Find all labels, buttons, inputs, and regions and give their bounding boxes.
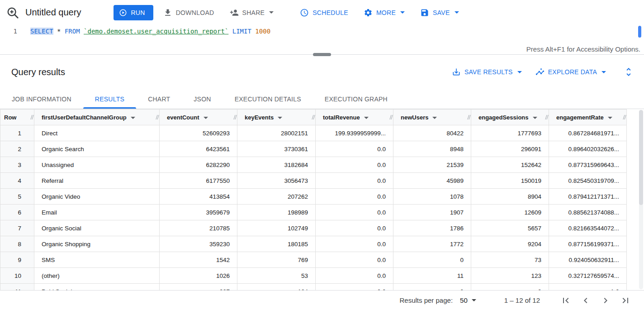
- expand-results-button[interactable]: [623, 67, 634, 77]
- data-cell[interactable]: Direct: [34, 125, 160, 141]
- column-header-firstUserDefaultChannelGroup[interactable]: firstUserDefaultChannelGroup: [34, 110, 160, 125]
- column-resize-handle[interactable]: [468, 115, 470, 119]
- table-scrollbar[interactable]: [639, 110, 643, 289]
- column-resize-handle[interactable]: [390, 115, 392, 119]
- data-cell[interactable]: 180185: [237, 236, 316, 252]
- data-cell[interactable]: 0.879412171371...: [549, 189, 627, 205]
- more-button[interactable]: MORE: [358, 5, 410, 21]
- column-header-keyEvents[interactable]: keyEvents: [237, 110, 316, 125]
- data-cell[interactable]: 8904: [471, 189, 549, 205]
- data-cell[interactable]: 1786: [393, 220, 471, 236]
- data-cell[interactable]: 102749: [237, 220, 316, 236]
- row-number-cell[interactable]: 3: [0, 157, 34, 173]
- data-cell[interactable]: 1078: [393, 189, 471, 205]
- data-cell[interactable]: 0.0: [316, 220, 393, 236]
- last-page-button[interactable]: [619, 294, 632, 307]
- schedule-button[interactable]: SCHEDULE: [294, 5, 354, 21]
- row-number-cell[interactable]: 7: [0, 220, 34, 236]
- data-cell[interactable]: Organic Search: [34, 141, 160, 157]
- data-cell[interactable]: Organic Video: [34, 189, 160, 205]
- data-cell[interactable]: 0.885621374088...: [549, 205, 627, 220]
- row-number-cell[interactable]: 9: [0, 252, 34, 268]
- data-cell[interactable]: 8948: [393, 141, 471, 157]
- sort-dropdown-icon[interactable]: [131, 117, 135, 119]
- table-row[interactable]: 5Organic Video4138542072620.0107889040.8…: [0, 189, 627, 205]
- column-header-Row[interactable]: Row: [0, 110, 34, 125]
- data-cell[interactable]: 152642: [471, 157, 549, 173]
- column-header-engagementRate[interactable]: engagementRate: [549, 110, 627, 125]
- sort-dropdown-icon[interactable]: [533, 117, 537, 119]
- tab-execution-details[interactable]: EXECUTION DETAILS: [223, 89, 313, 109]
- data-cell[interactable]: 0: [393, 284, 471, 291]
- explore-data-button[interactable]: EXPLORE DATA: [535, 67, 606, 76]
- tab-results[interactable]: RESULTS: [83, 89, 136, 109]
- data-cell[interactable]: 0.0: [316, 268, 393, 284]
- data-cell[interactable]: 1907: [393, 205, 471, 220]
- row-number-cell[interactable]: 6: [0, 205, 34, 220]
- table-row[interactable]: 6Email39596791989890.01907126090.8856213…: [0, 205, 627, 220]
- sort-dropdown-icon[interactable]: [608, 117, 612, 119]
- share-button[interactable]: SHARE: [224, 5, 279, 21]
- data-cell[interactable]: 3056473: [237, 173, 316, 189]
- data-cell[interactable]: 0.0: [316, 141, 393, 157]
- data-cell[interactable]: 769: [237, 252, 316, 268]
- data-cell[interactable]: 296091: [471, 141, 549, 157]
- data-cell[interactable]: (other): [34, 268, 160, 284]
- data-cell[interactable]: 0.0: [316, 189, 393, 205]
- data-cell[interactable]: 198989: [237, 205, 316, 220]
- column-resize-handle[interactable]: [31, 115, 33, 119]
- data-cell[interactable]: 53: [237, 268, 316, 284]
- data-cell[interactable]: 0.924050632911...: [549, 252, 627, 268]
- table-row[interactable]: 11Paid Social9971340.0091.0: [0, 284, 627, 291]
- data-cell[interactable]: 0.0: [316, 157, 393, 173]
- data-cell[interactable]: 0.825450319709...: [549, 173, 627, 189]
- column-header-engagedSessions[interactable]: engagedSessions: [471, 110, 549, 125]
- data-cell[interactable]: 0.877315969643...: [549, 157, 627, 173]
- row-number-cell[interactable]: 4: [0, 173, 34, 189]
- data-cell[interactable]: 1542: [160, 252, 237, 268]
- table-row[interactable]: 8Organic Shopping3592301801850.017729204…: [0, 236, 627, 252]
- data-cell[interactable]: 0.0: [316, 252, 393, 268]
- data-cell[interactable]: Organic Social: [34, 220, 160, 236]
- data-cell[interactable]: 73: [471, 252, 549, 268]
- download-button[interactable]: DOWNLOAD: [158, 5, 220, 21]
- data-cell[interactable]: 21539: [393, 157, 471, 173]
- data-cell[interactable]: 5657: [471, 220, 549, 236]
- data-cell[interactable]: 359230: [160, 236, 237, 252]
- row-number-cell[interactable]: 8: [0, 236, 34, 252]
- results-table-container[interactable]: RowfirstUserDefaultChannelGroupeventCoun…: [0, 109, 644, 290]
- data-cell[interactable]: 3730361: [237, 141, 316, 157]
- save-button[interactable]: SAVE: [415, 5, 464, 21]
- data-cell[interactable]: 52609293: [160, 125, 237, 141]
- data-cell[interactable]: 134: [237, 284, 316, 291]
- tab-json[interactable]: JSON: [182, 89, 223, 109]
- data-cell[interactable]: 80422: [393, 125, 471, 141]
- data-cell[interactable]: 123: [471, 268, 549, 284]
- data-cell[interactable]: 6282290: [160, 157, 237, 173]
- table-row[interactable]: 1Direct5260929328002151199.9399959999...…: [0, 125, 627, 141]
- data-cell[interactable]: Organic Shopping: [34, 236, 160, 252]
- tab-execution-graph[interactable]: EXECUTION GRAPH: [313, 89, 399, 109]
- data-cell[interactable]: 1.0: [549, 284, 627, 291]
- panel-resize-handle[interactable]: [313, 53, 331, 56]
- data-cell[interactable]: SMS: [34, 252, 160, 268]
- sort-dropdown-icon[interactable]: [278, 117, 282, 119]
- data-cell[interactable]: 0.0: [316, 236, 393, 252]
- row-number-cell[interactable]: 10: [0, 268, 34, 284]
- data-cell[interactable]: 0.327127659574...: [549, 268, 627, 284]
- table-row[interactable]: 9SMS15427690.00730.924050632911...: [0, 252, 627, 268]
- row-number-cell[interactable]: 1: [0, 125, 34, 141]
- data-cell[interactable]: 210785: [160, 220, 237, 236]
- save-results-button[interactable]: SAVE RESULTS: [452, 67, 522, 76]
- table-scrollbar-thumb[interactable]: [639, 110, 643, 205]
- data-cell[interactable]: 997: [160, 284, 237, 291]
- data-cell[interactable]: 0.0: [316, 173, 393, 189]
- page-size-select[interactable]: 50: [460, 296, 476, 304]
- next-page-button[interactable]: [599, 294, 612, 307]
- data-cell[interactable]: 0.896402032626...: [549, 141, 627, 157]
- row-number-cell[interactable]: 5: [0, 189, 34, 205]
- column-header-eventCount[interactable]: eventCount: [160, 110, 237, 125]
- table-row[interactable]: 10(other)1026530.0111230.327127659574...: [0, 268, 627, 284]
- data-cell[interactable]: 0.867284681971...: [549, 125, 627, 141]
- sql-editor[interactable]: 1 SELECT * FROM `demo.demoset.user_acqui…: [0, 25, 644, 55]
